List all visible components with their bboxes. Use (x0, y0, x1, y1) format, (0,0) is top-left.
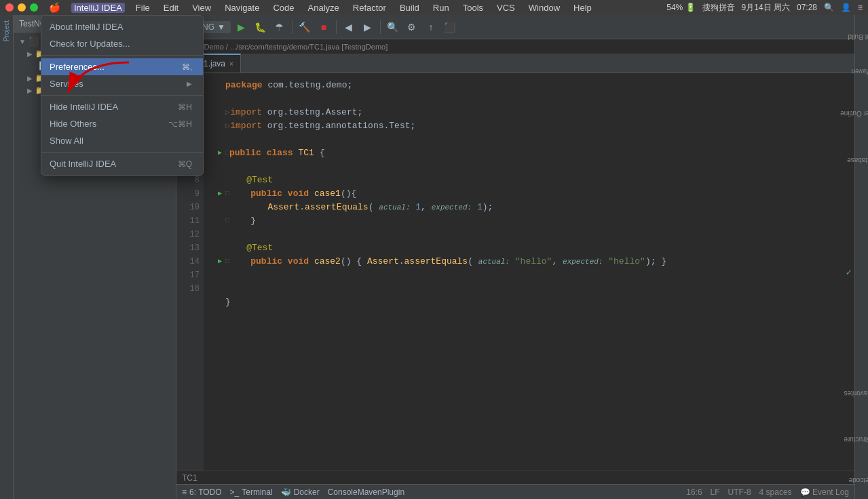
todo-icon: ≡ (182, 487, 187, 497)
indent-status: 4 spaces (759, 487, 792, 497)
code-line-1: package com.testng.demo; (214, 79, 841, 92)
menu-show-all[interactable]: Show All (41, 132, 203, 149)
vcs-button[interactable]: ↑ (423, 19, 439, 35)
menu-help[interactable]: Help (571, 3, 595, 13)
fold-icon-4[interactable]: ▷ (225, 119, 230, 133)
docker-tool[interactable]: 🐳 Docker (281, 487, 320, 497)
menu-window[interactable]: Window (526, 3, 563, 13)
settings-button[interactable]: ⚙ (404, 19, 420, 35)
menu-vcs[interactable]: VCS (494, 3, 518, 13)
keyword-package: package (225, 79, 263, 92)
close-button[interactable] (5, 3, 14, 12)
tab-close-button[interactable]: × (229, 60, 233, 68)
structure-panel[interactable]: Z: Structure (841, 435, 868, 445)
database-panel[interactable]: Database (844, 155, 868, 165)
terminal-icon: >_ (230, 487, 240, 497)
menu-preferences[interactable]: Preferences... ⌘, (41, 58, 203, 75)
menu-file[interactable]: File (133, 3, 153, 13)
maximize-button[interactable] (30, 3, 38, 12)
fold-icon-3[interactable]: ▷ (225, 106, 230, 119)
menu-edit[interactable]: Edit (161, 3, 181, 13)
menu-refactor[interactable]: Refactor (350, 3, 389, 13)
arrow-icon: ▶ (27, 75, 33, 82)
editor-right-gutter: ✓ (841, 73, 854, 471)
menu-tools[interactable]: Tools (460, 3, 486, 13)
sidebar-icon-project[interactable]: Project (1, 18, 12, 44)
user-icon[interactable]: 👤 (841, 3, 851, 12)
minimize-button[interactable] (18, 3, 26, 12)
menu-services[interactable]: Services ▶ (41, 75, 203, 92)
menu-run[interactable]: Run (430, 3, 452, 13)
code-line-14: ▶ □ public void case2() { Assert.assertE… (214, 255, 841, 268)
date-display: 9月14日 周六 (742, 2, 790, 14)
menu-hide-others[interactable]: Hide Others ⌥⌘H (41, 115, 203, 132)
build-button[interactable]: 🔨 (297, 19, 313, 35)
run-gutter-6[interactable]: ▶ (214, 146, 225, 160)
menu-icon[interactable]: ≡ (858, 3, 863, 12)
menu-build[interactable]: Build (397, 3, 422, 13)
code-editor[interactable]: 1 2 3 4 5 6 7 8 9 10 11 12 13 14 17 18 (176, 73, 854, 471)
spotlight-icon[interactable]: 🔍 (824, 3, 834, 12)
quit-label: Quit IntelliJ IDEA (50, 159, 116, 169)
menu-about[interactable]: About IntelliJ IDEA (41, 18, 203, 35)
run-gutter-9[interactable]: ▶ (214, 187, 225, 201)
code-line-4: ▷ import org.testng.annotations.Test; (214, 119, 841, 133)
menu-code[interactable]: Code (270, 3, 297, 13)
position-status: 16:6 (686, 487, 702, 497)
todo-tool[interactable]: ≡ 6: TODO (182, 487, 222, 497)
menu-separator-3 (41, 152, 203, 153)
leetcode-panel[interactable]: leetcode (846, 476, 868, 486)
event-log-button[interactable]: 💬 Event Log (800, 487, 849, 497)
breadcrumb: TestngDemo / .../src/com/testng/demo/TC1… (176, 39, 854, 54)
flutter-outline-panel[interactable]: Flutter Outline (837, 108, 868, 119)
terminal-tool[interactable]: >_ Terminal (230, 487, 273, 497)
ant-build-panel[interactable]: Ant Build (845, 32, 868, 42)
menu-hide-intellij[interactable]: Hide IntelliJ IDEA ⌘H (41, 98, 203, 115)
menu-bar-right: 54% 🔋 搜狗拼音 9月14日 周六 07:28 🔍 👤 ≡ (666, 2, 863, 14)
left-sidebar-icons: Project (0, 15, 14, 499)
menu-view[interactable]: View (189, 3, 214, 13)
maven-console-tool[interactable]: ConsoleMavenPlugin (328, 487, 404, 497)
run-gutter-14[interactable]: ▶ (214, 255, 225, 268)
debug-button[interactable]: 🐛 (252, 19, 269, 35)
search-everywhere-button[interactable]: 🔍 (385, 19, 401, 35)
quit-shortcut: ⌘Q (178, 159, 192, 169)
todo-label: 6: TODO (189, 487, 222, 497)
run-button[interactable]: ▶ (233, 19, 250, 35)
favorites-panel[interactable]: 2: Favorites (841, 388, 868, 398)
about-label: About IntelliJ IDEA (50, 22, 123, 32)
code-line-3: ▷ import org.testng.Assert; (214, 106, 841, 119)
time-display: 07:28 (797, 3, 817, 12)
stop-button[interactable]: ■ (316, 19, 332, 35)
terminal-label: Terminal (242, 487, 272, 497)
maven-label: ConsoleMavenPlugin (328, 487, 404, 497)
menu-navigate[interactable]: Navigate (222, 3, 262, 13)
menu-quit[interactable]: Quit IntelliJ IDEA ⌘Q (41, 155, 203, 172)
hide-others-label: Hide Others (50, 119, 96, 129)
preferences-label: Preferences... (50, 62, 105, 72)
terminal-btn[interactable]: ⬛ (442, 19, 458, 35)
hide-intellij-shortcut: ⌘H (178, 102, 192, 112)
navigate-back-button[interactable]: ◀ (341, 19, 357, 35)
code-content[interactable]: package com.testng.demo; ▷ import org.te… (204, 73, 841, 471)
docker-icon: 🐳 (281, 487, 291, 497)
maven-panel[interactable]: Maven (848, 66, 868, 77)
code-line-11: □ } (214, 214, 841, 228)
apple-menu[interactable]: 🍎 (46, 2, 63, 13)
coverage-button[interactable]: ☂ (271, 19, 288, 35)
toolbar: TestNG ▼ ▶ 🐛 ☂ 🔨 ■ ◀ ▶ 🔍 ⚙ ↑ ⬛ (176, 15, 854, 39)
event-log-label: Event Log (812, 487, 849, 497)
navigate-fwd-button[interactable]: ▶ (360, 19, 376, 35)
breadcrumb-text: TestngDemo / .../src/com/testng/demo/TC1… (182, 43, 388, 51)
menu-check-updates[interactable]: Check for Updates... (41, 35, 203, 52)
menu-intellij[interactable]: IntelliJ IDEA (71, 3, 125, 13)
menu-analyze[interactable]: Analyze (305, 3, 342, 13)
toolbar-separator-2 (336, 20, 337, 34)
no-errors-icon: ✓ (846, 266, 852, 278)
menu-separator-1 (41, 55, 203, 56)
pkg-name: com.testng.demo (267, 79, 347, 92)
services-label: Services (50, 79, 83, 89)
arrow-icon: ▶ (27, 87, 33, 94)
code-line-7 (214, 160, 841, 174)
intellij-idea-menu[interactable]: About IntelliJ IDEA Check for Updates...… (41, 15, 204, 176)
